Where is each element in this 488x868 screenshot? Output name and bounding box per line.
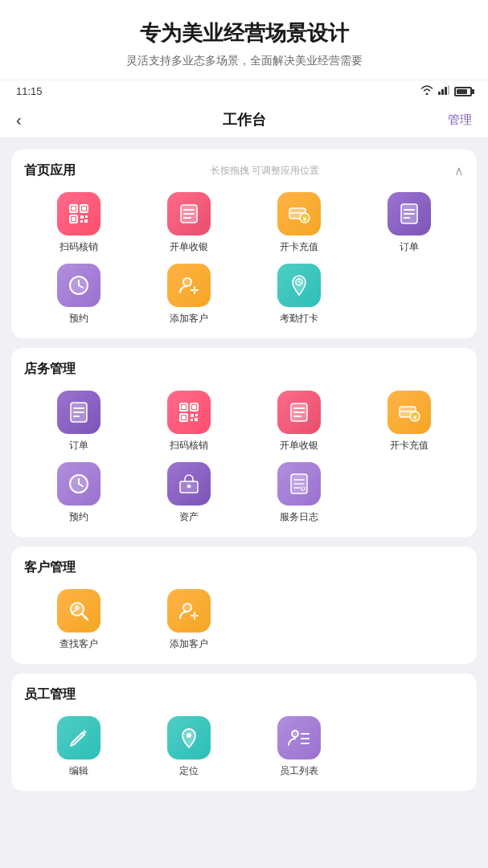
wifi-icon xyxy=(420,85,433,97)
svg-rect-49 xyxy=(182,416,186,420)
icon-box-开单收银 xyxy=(277,391,321,434)
icon-item-开单收银[interactable]: 开单收银 xyxy=(244,391,355,452)
icon-label-预约: 预约 xyxy=(69,312,88,326)
icon-label-编辑: 编辑 xyxy=(69,764,88,778)
svg-rect-1 xyxy=(441,89,444,95)
icon-box-员工列表 xyxy=(277,716,321,760)
svg-text:¥: ¥ xyxy=(303,215,307,223)
icon-item-考勤打卡[interactable]: 考勤打卡 xyxy=(244,264,355,326)
icon-box-订单 xyxy=(388,192,431,235)
icon-box-添加客户 xyxy=(167,589,211,633)
icon-item-开单收银[interactable]: 开单收银 xyxy=(134,192,244,254)
section-store-management: 店务管理 订单 扫码核销 开单收银 xyxy=(11,348,477,537)
svg-point-80 xyxy=(183,604,191,612)
icon-label-扫码核销: 扫码核销 xyxy=(170,439,208,452)
icon-grid-staff-management: 编辑 定位 员工列表 xyxy=(24,716,464,778)
icon-grid-customer-management: 查找客户 添加客户 xyxy=(24,589,464,651)
icon-box-服务日志 xyxy=(277,462,321,506)
section-customer-management: 客户管理 查找客户 添加客户 xyxy=(11,547,477,664)
section-header-staff-management: 员工管理 xyxy=(24,686,464,703)
svg-line-76 xyxy=(303,489,304,489)
icon-label-开单收银: 开单收银 xyxy=(170,240,208,254)
icon-item-订单[interactable]: 订单 xyxy=(354,192,464,254)
nav-bar: ‹ 工作台 管理 xyxy=(0,102,488,138)
section-title-customer-management: 客户管理 xyxy=(24,559,76,576)
section-hint-homepage-apps: 长按拖拽 可调整应用位置 xyxy=(211,164,319,178)
icon-item-编辑[interactable]: 编辑 xyxy=(24,716,134,778)
icon-label-员工列表: 员工列表 xyxy=(280,764,318,778)
main-content: 首页应用长按拖拽 可调整应用位置∧ 扫码核销 开单收银 ¥ 开卡充值 xyxy=(0,138,488,802)
svg-point-85 xyxy=(292,731,298,737)
svg-point-84 xyxy=(187,733,191,738)
icon-grid-store-management: 订单 扫码核销 开单收银 ¥ 开卡充值 预约 xyxy=(24,391,464,524)
svg-rect-0 xyxy=(438,92,441,95)
icon-box-编辑 xyxy=(57,716,100,760)
page-subtitle: 灵活支持多业态多场景，全面解决美业经营需要 xyxy=(16,54,472,68)
status-icons xyxy=(420,85,472,97)
page-main-title: 专为美业经营场景设计 xyxy=(16,19,472,47)
icon-box-开卡充值: ¥ xyxy=(277,192,321,235)
icon-label-扫码核销: 扫码核销 xyxy=(59,240,98,254)
icon-box-预约 xyxy=(57,264,100,307)
icon-item-预约[interactable]: 预约 xyxy=(24,462,134,524)
icon-item-扫码核销[interactable]: 扫码核销 xyxy=(134,391,244,452)
icon-item-服务日志[interactable]: 服务日志 xyxy=(244,462,355,524)
icon-label-预约: 预约 xyxy=(69,510,88,524)
signal-icon xyxy=(438,85,449,97)
icon-box-开卡充值: ¥ xyxy=(388,391,431,434)
battery-icon xyxy=(454,87,472,96)
svg-point-79 xyxy=(75,605,80,610)
icon-item-开卡充值[interactable]: ¥ 开卡充值 xyxy=(354,391,464,452)
icon-label-订单: 订单 xyxy=(400,240,419,254)
nav-title: 工作台 xyxy=(48,110,440,129)
icon-label-定位: 定位 xyxy=(179,764,199,778)
svg-rect-51 xyxy=(195,414,198,416)
section-title-store-management: 店务管理 xyxy=(24,361,76,378)
svg-point-83 xyxy=(194,615,195,616)
svg-rect-10 xyxy=(80,215,84,219)
svg-rect-12 xyxy=(80,220,83,223)
icon-item-扫码核销[interactable]: 扫码核销 xyxy=(24,192,134,254)
collapse-button-homepage-apps[interactable]: ∧ xyxy=(454,163,464,178)
icon-item-添加客户[interactable]: 添加客户 xyxy=(134,589,244,651)
section-homepage-apps: 首页应用长按拖拽 可调整应用位置∧ 扫码核销 开单收银 ¥ 开卡充值 xyxy=(11,149,477,338)
icon-item-员工列表[interactable]: 员工列表 xyxy=(244,716,355,778)
svg-rect-11 xyxy=(85,215,88,218)
icon-item-资产[interactable]: 资产 xyxy=(134,462,244,524)
icon-box-订单 xyxy=(57,391,100,434)
icon-grid-homepage-apps: 扫码核销 开单收银 ¥ 开卡充值 订单 预约 xyxy=(24,192,464,326)
icon-item-查找客户[interactable]: 查找客户 xyxy=(24,589,134,651)
svg-rect-7 xyxy=(82,207,86,211)
svg-rect-53 xyxy=(195,418,198,421)
icon-box-开单收银 xyxy=(167,192,211,235)
icon-item-添加客户[interactable]: 添加客户 xyxy=(134,264,244,326)
icon-label-添加客户: 添加客户 xyxy=(170,637,208,651)
icon-box-定位 xyxy=(167,716,211,760)
icon-label-开卡充值: 开卡充值 xyxy=(280,240,318,254)
svg-rect-13 xyxy=(84,219,88,223)
icon-item-开卡充值[interactable]: ¥ 开卡充值 xyxy=(244,192,355,254)
icon-box-预约 xyxy=(57,462,100,506)
manage-button[interactable]: 管理 xyxy=(440,113,472,128)
icon-box-查找客户 xyxy=(57,589,100,633)
svg-text:¥: ¥ xyxy=(412,414,416,421)
icon-label-资产: 资产 xyxy=(179,510,199,524)
back-button[interactable]: ‹ xyxy=(16,111,48,129)
icon-label-开单收银: 开单收银 xyxy=(280,439,318,452)
svg-rect-50 xyxy=(191,414,194,417)
svg-rect-5 xyxy=(72,207,76,211)
section-header-store-management: 店务管理 xyxy=(24,361,464,378)
icon-box-扫码核销 xyxy=(167,391,211,434)
top-header: 专为美业经营场景设计 灵活支持多业态多场景，全面解决美业经营需要 xyxy=(0,0,488,80)
svg-rect-2 xyxy=(445,87,447,95)
icon-item-定位[interactable]: 定位 xyxy=(134,716,244,778)
icon-item-订单[interactable]: 订单 xyxy=(24,391,134,452)
time-display: 11:15 xyxy=(16,85,43,97)
section-staff-management: 员工管理 编辑 定位 员工列表 xyxy=(11,674,477,791)
icon-label-查找客户: 查找客户 xyxy=(59,637,98,651)
icon-item-预约[interactable]: 预约 xyxy=(24,264,134,326)
section-header-homepage-apps: 首页应用长按拖拽 可调整应用位置∧ xyxy=(24,162,464,179)
icon-box-扫码核销 xyxy=(57,192,100,235)
icon-box-考勤打卡 xyxy=(277,264,321,307)
svg-rect-45 xyxy=(182,405,186,409)
